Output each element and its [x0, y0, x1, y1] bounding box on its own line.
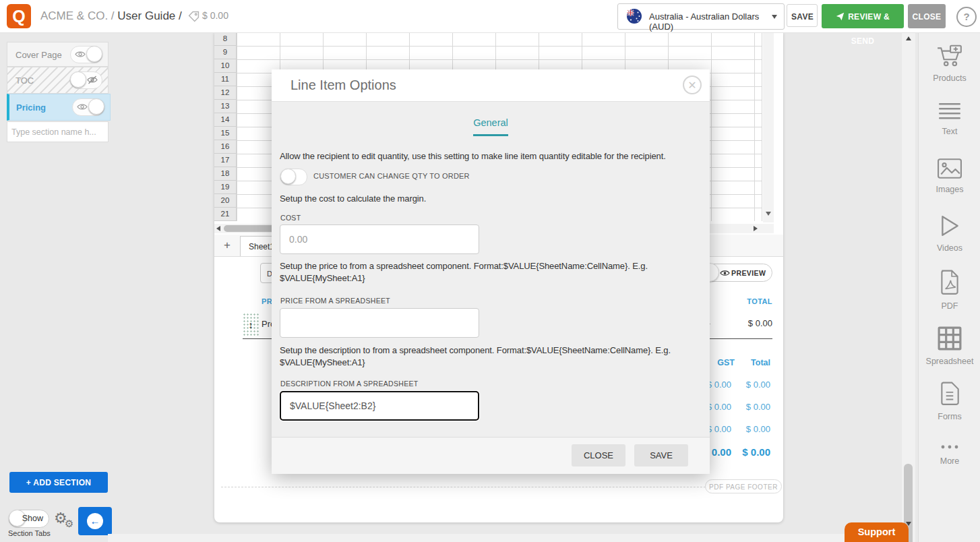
collapse-panel-button[interactable]: ← — [78, 507, 112, 535]
eye-icon — [75, 50, 86, 59]
row-header[interactable]: 16 — [214, 140, 236, 154]
desc-input[interactable] — [280, 391, 479, 421]
tool-images[interactable]: Images — [919, 158, 980, 194]
toggle-knob[interactable] — [86, 46, 102, 62]
sidebar-item-cover-page[interactable]: Cover Page — [7, 42, 109, 67]
quote-amount: $ 0.00 — [202, 10, 228, 21]
modal-footer: CLOSE SAVE — [272, 437, 710, 474]
page-title[interactable]: User Guide / — [117, 9, 181, 22]
line-item-total: $ 0.00 — [716, 318, 772, 328]
row-header[interactable]: 19 — [214, 181, 236, 194]
tool-label: Spreadsheet — [919, 357, 980, 366]
pdf-footer-divider — [221, 487, 776, 487]
text-lines-icon — [938, 102, 961, 121]
tool-label: More — [919, 456, 980, 466]
section-tabs-caption: Section Tabs — [8, 529, 51, 537]
tool-products[interactable]: Products — [919, 44, 980, 83]
tool-label: Images — [919, 185, 980, 194]
pdf-page-footer-pill[interactable]: PDF PAGE FOOTER — [705, 479, 782, 493]
cart-plus-icon — [936, 44, 963, 67]
canvas-horizontal-scrollbar[interactable] — [108, 534, 902, 542]
visibility-toggle[interactable] — [72, 98, 104, 116]
tool-label: Products — [919, 73, 980, 83]
review-send-button[interactable]: REVIEW & SEND — [822, 4, 904, 28]
app-logo[interactable]: Q — [7, 4, 31, 28]
totals-col-total: Total — [727, 358, 770, 367]
support-button[interactable]: Support — [845, 522, 909, 542]
visibility-toggle[interactable] — [70, 71, 102, 89]
top-bar: Q ACME & CO. / User Guide / $ 0.00 Austr… — [0, 0, 980, 33]
toggle-knob[interactable] — [88, 98, 104, 115]
total-value: $ 0.00 — [727, 402, 770, 412]
line-item-options-modal: Line Item Options ✕ General Allow the re… — [272, 69, 710, 474]
row-header[interactable]: 8 — [214, 32, 236, 46]
row-header[interactable]: 15 — [214, 127, 236, 140]
help-icon[interactable]: ? — [956, 7, 977, 27]
qty-help-text: Allow the recipient to edit quantity, us… — [280, 150, 691, 162]
row-header[interactable]: 13 — [214, 100, 236, 113]
row-header[interactable]: 10 — [214, 59, 236, 73]
sheet-row-headers[interactable]: 89101112131415161718192021 — [214, 32, 237, 221]
canvas-vertical-scrollbar[interactable] — [902, 32, 915, 542]
close-icon[interactable]: ✕ — [683, 76, 702, 94]
toolbox-panel: Products Text Images Videos PDF Spreadsh… — [918, 32, 980, 542]
tool-videos[interactable]: Videos — [919, 214, 980, 253]
preview-label: PREVIEW — [731, 269, 766, 277]
arrow-left-circle-icon: ← — [87, 513, 103, 529]
add-sheet-button[interactable]: + — [218, 237, 236, 254]
tool-spreadsheet[interactable]: Spreadsheet — [919, 326, 980, 366]
row-header[interactable]: 20 — [214, 194, 236, 208]
tool-more[interactable]: More — [919, 441, 980, 466]
drag-handle[interactable]: ↕ — [243, 313, 259, 337]
currency-label: Australia - Australian Dollars (AUD) — [649, 11, 784, 32]
total-sum: $ 0.00 — [721, 446, 770, 458]
tab-general[interactable]: General — [272, 117, 710, 136]
modal-close-button[interactable]: CLOSE — [572, 444, 625, 466]
scroll-down-icon[interactable] — [766, 212, 771, 216]
cost-input[interactable] — [280, 224, 479, 254]
tag-icon[interactable] — [188, 11, 200, 22]
scroll-right-icon[interactable] — [754, 226, 758, 231]
tool-label: Forms — [919, 412, 980, 421]
tool-forms[interactable]: Forms — [919, 382, 980, 421]
close-document-button[interactable]: CLOSE — [908, 4, 946, 28]
spreadsheet-grid-icon — [938, 326, 962, 351]
preview-toggle[interactable]: PREVIEW — [701, 264, 772, 282]
play-icon — [939, 214, 960, 237]
desc-label: DESCRIPTION FROM A SPREADSHEET — [280, 380, 418, 388]
add-section-button[interactable]: + ADD SECTION — [9, 472, 108, 493]
price-input[interactable] — [280, 308, 479, 338]
cost-help-text: Setup the cost to calculate the margin. — [280, 193, 691, 205]
new-section-name-input[interactable] — [7, 121, 109, 142]
row-header[interactable]: 18 — [214, 167, 236, 181]
scroll-up-icon[interactable] — [906, 36, 911, 40]
pricing-col-total: TOTAL — [729, 297, 772, 305]
row-header[interactable]: 21 — [214, 208, 236, 221]
row-header[interactable]: 9 — [214, 46, 236, 59]
tool-pdf[interactable]: PDF — [919, 270, 980, 311]
modal-save-button[interactable]: SAVE — [634, 444, 688, 466]
sidebar-item-toc[interactable]: TOC — [7, 67, 109, 94]
visibility-toggle[interactable] — [70, 46, 102, 63]
section-label: Cover Page — [16, 49, 62, 59]
price-label: PRICE FROM A SPREADSHEET — [280, 297, 390, 305]
australia-flag-icon — [627, 9, 642, 24]
row-header[interactable]: 12 — [214, 86, 236, 100]
row-header[interactable]: 17 — [214, 154, 236, 167]
scroll-left-icon[interactable] — [216, 226, 220, 231]
currency-select[interactable]: Australia - Australian Dollars (AUD) — [617, 3, 785, 30]
save-button[interactable]: SAVE — [787, 4, 818, 27]
row-header[interactable]: 14 — [214, 113, 236, 127]
sidebar-item-pricing[interactable]: Pricing — [7, 94, 111, 121]
row-header[interactable]: 11 — [214, 73, 236, 86]
tool-text[interactable]: Text — [919, 102, 980, 136]
toggle-knob[interactable] — [70, 71, 86, 88]
toggle-knob[interactable] — [280, 169, 296, 184]
sheet-vertical-scrollbar[interactable] — [763, 32, 774, 222]
breadcrumb: ACME & CO. / User Guide / — [40, 9, 182, 23]
tool-label: PDF — [919, 301, 980, 311]
qty-toggle[interactable] — [280, 169, 307, 185]
show-label: Show — [22, 514, 43, 523]
cost-label: COST — [280, 214, 301, 222]
section-tabs-toggle[interactable]: Show — [9, 510, 49, 528]
